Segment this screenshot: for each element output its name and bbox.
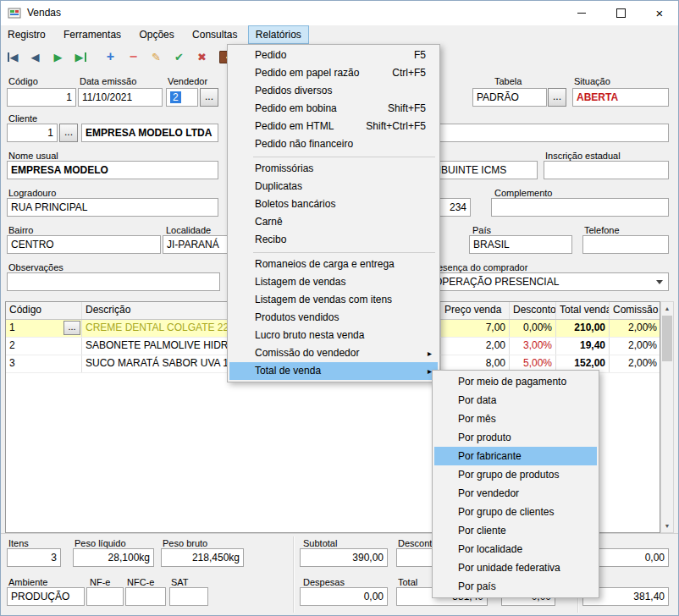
grid-header-total-venda[interactable]: Total venda <box>556 302 610 319</box>
menu-item-pedidos-diversos[interactable]: Pedidos diversos <box>229 82 438 100</box>
logradouro-field[interactable]: RUA PRINCIPAL <box>7 198 218 217</box>
menu-item-comissao-vendedor[interactable]: Comissão do vendedor▸ <box>229 344 438 362</box>
close-icon: × <box>656 7 664 19</box>
observacoes-label: Observações <box>8 262 63 272</box>
menu-item-pedido-bobina[interactable]: Pedido em bobinaShift+F5 <box>229 100 438 118</box>
maximize-icon <box>616 8 626 18</box>
insert-button[interactable]: + <box>100 47 121 67</box>
grid-vertical-scrollbar[interactable]: ▲ ▼ <box>660 301 674 533</box>
inscricao-estadual-label: Inscrição estadual <box>545 151 621 161</box>
codigo-field[interactable]: 1 <box>7 88 76 107</box>
data-emissao-label: Data emissão <box>80 76 136 86</box>
menu-item-recibo[interactable]: Recibo <box>229 231 438 249</box>
scrollbar-thumb[interactable] <box>662 316 672 361</box>
submenu-item-por-meio-pagamento[interactable]: Por meio de pagamento <box>434 372 597 391</box>
vendedor-browse-button[interactable]: ... <box>200 88 218 107</box>
scroll-down-icon[interactable]: ▼ <box>661 520 673 532</box>
edit-button[interactable]: ✎ <box>146 47 167 67</box>
row-browse-button[interactable]: ... <box>63 321 80 335</box>
menubar-item-relatorios[interactable]: Relatórios <box>248 25 309 44</box>
cliente-label: Cliente <box>8 113 37 124</box>
telefone-field[interactable] <box>582 235 669 254</box>
grid-header-desconto[interactable]: Desconto <box>510 302 556 319</box>
cliente-nome-field[interactable]: EMPRESA MODELO LTDA <box>81 124 218 142</box>
prior-record-button[interactable]: ◀ <box>25 47 46 67</box>
tabela-browse-button[interactable]: ... <box>548 88 566 107</box>
x-icon: ✖ <box>197 51 207 63</box>
presenca-comprador-label: Presença do comprador <box>428 262 527 272</box>
menu-item-total-de-venda[interactable]: Total de venda▸ <box>229 362 438 380</box>
next-record-button[interactable]: ▶ <box>47 47 69 67</box>
menu-item-pedido[interactable]: PedidoF5 <box>229 47 438 64</box>
peso-liquido-field: 28,100kg <box>73 548 154 567</box>
menu-item-pedido-nao-financeiro[interactable]: Pedido não financeiro <box>229 135 438 153</box>
menu-item-listagem-vendas-itens[interactable]: Listagem de vendas com itens <box>229 291 438 309</box>
submenu-arrow-icon: ▸ <box>428 344 432 362</box>
menu-item-promissorias[interactable]: Promissórias <box>229 160 438 178</box>
submenu-item-por-pais[interactable]: Por país <box>434 577 597 596</box>
submenu-item-por-grupo-produtos[interactable]: Por grupo de produtos <box>434 465 597 484</box>
cell-preco: 2,00 <box>441 338 510 355</box>
submenu-item-por-cliente[interactable]: Por cliente <box>434 521 597 540</box>
grid-header-preco-venda[interactable]: Preço venda <box>441 302 510 319</box>
cliente-codigo-field[interactable]: 1 <box>7 124 58 142</box>
submenu-item-por-localidade[interactable]: Por localidade <box>434 540 597 558</box>
menubar-item-opcoes[interactable]: Opções <box>131 25 181 44</box>
tabela-label: Tabela <box>494 76 522 86</box>
ambiente-field: PRODUÇÃO <box>7 587 85 606</box>
prior-record-icon: ◀ <box>31 51 40 63</box>
menu-item-produtos-vendidos[interactable]: Produtos vendidos <box>229 309 438 327</box>
shortcut-label: Ctrl+F5 <box>392 64 426 82</box>
menu-item-boletos-bancarios[interactable]: Boletos bancários <box>229 195 438 213</box>
cell-total: 210,00 <box>556 320 610 337</box>
menu-item-duplicatas[interactable]: Duplicatas <box>229 178 438 195</box>
minimize-button[interactable] <box>562 0 601 25</box>
total-label: Total <box>398 577 417 587</box>
complemento-field[interactable] <box>491 198 669 217</box>
menu-item-carne[interactable]: Carnê <box>229 213 438 231</box>
submenu-item-por-produto[interactable]: Por produto <box>434 428 597 447</box>
tabela-field[interactable]: PADRÃO <box>472 88 547 107</box>
grid-header-codigo[interactable]: Código <box>6 302 82 319</box>
cliente-browse-button[interactable]: ... <box>59 124 78 142</box>
maximize-button[interactable] <box>601 0 640 25</box>
first-record-button[interactable]: ◀ <box>2 47 23 67</box>
scroll-up-icon[interactable]: ▲ <box>661 302 673 315</box>
last-record-button[interactable]: ▶ <box>70 47 91 67</box>
inscricao-estadual-field[interactable] <box>544 161 669 179</box>
submenu-item-por-unidade-federativa[interactable]: Por unidade federativa <box>434 558 597 577</box>
cell-preco: 7,00 <box>441 320 510 337</box>
shortcut-label: Shift+F5 <box>388 100 426 118</box>
submenu-item-por-data[interactable]: Por data <box>434 391 597 410</box>
menu-item-listagem-vendas[interactable]: Listagem de vendas <box>229 273 438 291</box>
bairro-field[interactable]: CENTRO <box>7 235 161 254</box>
cell-comissao: 2,00% <box>610 338 660 355</box>
peso-liquido-label: Peso líquido <box>75 538 126 548</box>
data-emissao-field[interactable]: 11/10/2021 <box>78 88 163 107</box>
close-button[interactable]: × <box>640 0 679 25</box>
cancel-button[interactable]: ✖ <box>191 47 213 67</box>
submenu-item-por-fabricante[interactable]: Por fabricante <box>434 447 597 465</box>
pais-field[interactable]: BRASIL <box>469 235 572 254</box>
grid-header-comissao[interactable]: Comissão <box>610 302 660 319</box>
menubar-item-registro[interactable]: Registro <box>0 25 53 44</box>
submenu-item-por-vendedor[interactable]: Por vendedor <box>434 484 597 503</box>
menu-item-lucro-bruto[interactable]: Lucro bruto nesta venda <box>229 327 438 344</box>
menu-item-pedido-papel-razao[interactable]: Pedido em papel razãoCtrl+F5 <box>229 64 438 82</box>
submenu-item-por-grupo-clientes[interactable]: Por grupo de clientes <box>434 503 597 521</box>
menubar-item-ferramentas[interactable]: Ferramentas <box>56 25 129 44</box>
submenu-item-por-mes[interactable]: Por mês <box>434 410 597 428</box>
menu-item-pedido-html[interactable]: Pedido em HTMLShift+Ctrl+F5 <box>229 118 438 135</box>
menubar-item-consultas[interactable]: Consultas <box>185 25 245 44</box>
observacoes-field[interactable] <box>7 272 220 291</box>
menu-item-romaneios[interactable]: Romaneios de carga e entrega <box>229 256 438 273</box>
despesas-field: 0,00 <box>300 587 388 606</box>
delete-button[interactable]: − <box>123 47 144 67</box>
cell-desconto: 0,00% <box>510 320 556 337</box>
telefone-label: Telefone <box>584 225 620 235</box>
pencil-icon: ✎ <box>152 51 161 63</box>
peso-bruto-field: 218,450kg <box>161 548 244 567</box>
nome-usual-field[interactable]: EMPRESA MODELO <box>7 161 218 179</box>
confirm-button[interactable]: ✔ <box>168 47 190 67</box>
vendedor-field[interactable]: 2 <box>166 88 198 107</box>
